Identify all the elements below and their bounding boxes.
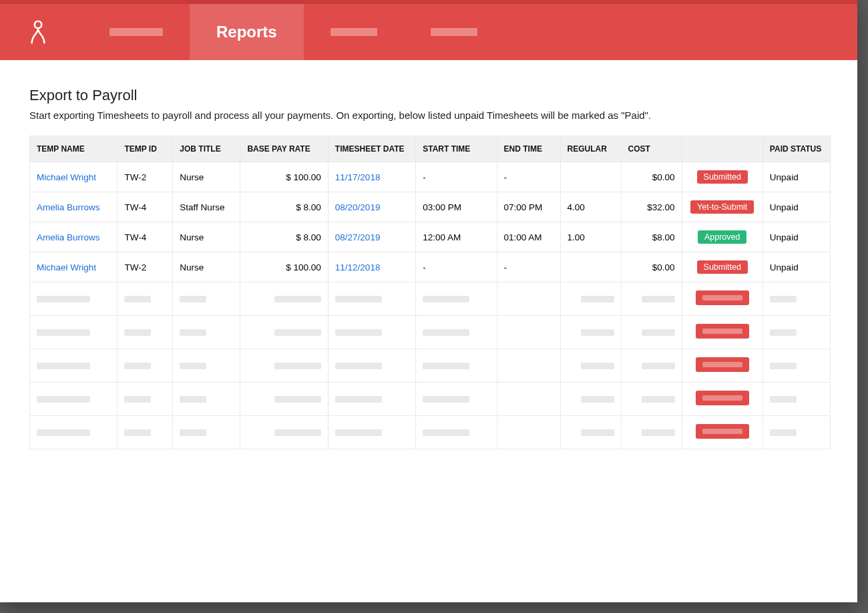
content-area: Export to Payroll Start exporting Timesh… bbox=[0, 60, 857, 449]
skeleton-text bbox=[37, 363, 90, 369]
skeleton-text bbox=[37, 396, 90, 403]
cell-paid: Unpaid bbox=[763, 222, 830, 252]
skeleton-text bbox=[274, 363, 321, 369]
skeleton-text bbox=[124, 296, 151, 302]
skeleton-text bbox=[37, 429, 90, 436]
skeleton-text bbox=[642, 329, 675, 336]
skeleton-text bbox=[423, 396, 469, 403]
cell-job-title: Staff Nurse bbox=[173, 192, 240, 222]
skeleton-text bbox=[770, 296, 797, 302]
timesheet-date-link[interactable]: 08/27/2019 bbox=[335, 232, 381, 242]
timesheet-date-link[interactable]: 11/12/2018 bbox=[335, 262, 381, 272]
skeleton-text bbox=[770, 363, 797, 369]
cell-rate: $ 100.00 bbox=[240, 252, 328, 282]
cell-paid: Unpaid bbox=[763, 252, 830, 282]
skeleton-text bbox=[770, 396, 797, 403]
skeleton-text bbox=[274, 429, 321, 436]
skeleton-text bbox=[581, 363, 614, 369]
skeleton-text bbox=[581, 396, 614, 403]
table-row: Michael WrightTW-2Nurse$ 100.0011/17/201… bbox=[30, 162, 831, 192]
th-timesheet-date[interactable]: TIMESHEET DATE bbox=[328, 136, 415, 162]
skeleton-text bbox=[335, 429, 382, 436]
th-temp-id[interactable]: TEMP ID bbox=[118, 136, 173, 162]
skeleton-text bbox=[581, 296, 614, 302]
timesheet-date-link[interactable]: 11/17/2018 bbox=[335, 172, 381, 182]
cell-start: 12:00 AM bbox=[416, 222, 497, 252]
skeleton-text bbox=[770, 429, 797, 436]
table-row-placeholder bbox=[30, 316, 831, 349]
th-cost[interactable]: COST bbox=[621, 136, 682, 162]
skeleton-text bbox=[335, 329, 382, 336]
table-header-row: TEMP NAME TEMP ID JOB TITLE BASE PAY RAT… bbox=[30, 136, 831, 162]
nav-item-placeholder[interactable] bbox=[83, 4, 190, 60]
status-badge-placeholder bbox=[696, 324, 749, 339]
skeleton-text bbox=[581, 329, 614, 336]
cell-job-title: Nurse bbox=[173, 252, 240, 282]
app-window: Reports Export to Payroll Start exportin… bbox=[0, 0, 857, 602]
table-row-placeholder bbox=[30, 383, 831, 416]
cell-cost: $8.00 bbox=[621, 222, 682, 252]
status-badge: Yet-to-Submit bbox=[690, 200, 754, 214]
skeleton-text bbox=[423, 429, 469, 436]
cell-cost: $32.00 bbox=[621, 192, 682, 222]
th-start-time[interactable]: START TIME bbox=[416, 136, 497, 162]
nav-item-placeholder[interactable] bbox=[404, 4, 504, 60]
skeleton-text bbox=[642, 296, 675, 302]
nav-item-placeholder[interactable] bbox=[304, 4, 404, 60]
temp-name-link[interactable]: Michael Wright bbox=[37, 172, 96, 182]
cell-temp-id: TW-2 bbox=[118, 162, 173, 192]
cell-cost: $0.00 bbox=[621, 162, 682, 192]
skeleton-text bbox=[180, 396, 206, 403]
cell-rate: $ 8.00 bbox=[240, 222, 328, 252]
skeleton-text bbox=[180, 296, 206, 302]
skeleton-text bbox=[274, 329, 321, 336]
status-badge: Approved bbox=[698, 230, 747, 244]
skeleton-text bbox=[642, 396, 675, 403]
skeleton-text bbox=[124, 363, 151, 369]
table-row: Amelia BurrowsTW-4Staff Nurse$ 8.0008/20… bbox=[30, 192, 831, 222]
th-base-pay-rate[interactable]: BASE PAY RATE bbox=[240, 136, 328, 162]
cell-regular bbox=[560, 252, 621, 282]
th-job-title[interactable]: JOB TITLE bbox=[173, 136, 240, 162]
cell-rate: $ 8.00 bbox=[240, 192, 328, 222]
cell-temp-id: TW-2 bbox=[118, 252, 173, 282]
cell-end: - bbox=[497, 252, 560, 282]
status-badge: Submitted bbox=[697, 170, 748, 184]
cell-start: - bbox=[416, 252, 497, 282]
cell-regular: 4.00 bbox=[560, 192, 621, 222]
th-regular[interactable]: REGULAR bbox=[560, 136, 621, 162]
table-row-placeholder bbox=[30, 416, 831, 449]
cell-regular: 1.00 bbox=[560, 222, 621, 252]
skeleton-text bbox=[335, 363, 382, 369]
th-status[interactable] bbox=[682, 136, 763, 162]
temp-name-link[interactable]: Michael Wright bbox=[37, 262, 96, 272]
skeleton-text bbox=[335, 396, 382, 403]
skeleton-text bbox=[423, 329, 469, 336]
cell-end: 01:00 AM bbox=[497, 222, 560, 252]
app-logo-icon[interactable] bbox=[27, 17, 49, 47]
nav-tab-reports[interactable]: Reports bbox=[190, 4, 304, 60]
cell-cost: $0.00 bbox=[621, 252, 682, 282]
svg-point-0 bbox=[35, 21, 42, 29]
cell-paid: Unpaid bbox=[763, 192, 830, 222]
temp-name-link[interactable]: Amelia Burrows bbox=[37, 232, 100, 242]
skeleton-text bbox=[180, 363, 206, 369]
cell-start: 03:00 PM bbox=[416, 192, 497, 222]
skeleton-text bbox=[423, 296, 469, 302]
th-end-time[interactable]: END TIME bbox=[497, 136, 560, 162]
cell-end: - bbox=[497, 162, 560, 192]
status-badge-placeholder bbox=[696, 290, 749, 305]
temp-name-link[interactable]: Amelia Burrows bbox=[37, 202, 100, 212]
timesheet-date-link[interactable]: 08/20/2019 bbox=[335, 202, 381, 212]
table-row: Michael WrightTW-2Nurse$ 100.0011/12/201… bbox=[30, 252, 831, 282]
topbar: Reports bbox=[0, 4, 857, 60]
page-subtitle: Start exporting Timesheets to payroll an… bbox=[29, 110, 831, 121]
skeleton-text bbox=[180, 429, 206, 436]
table-row-placeholder bbox=[30, 349, 831, 383]
skeleton-text bbox=[642, 363, 675, 369]
th-temp-name[interactable]: TEMP NAME bbox=[30, 136, 118, 162]
th-paid-status[interactable]: PAID STATUS bbox=[763, 136, 830, 162]
cell-job-title: Nurse bbox=[173, 222, 240, 252]
skeleton-text bbox=[274, 396, 321, 403]
status-badge-placeholder bbox=[696, 424, 749, 439]
